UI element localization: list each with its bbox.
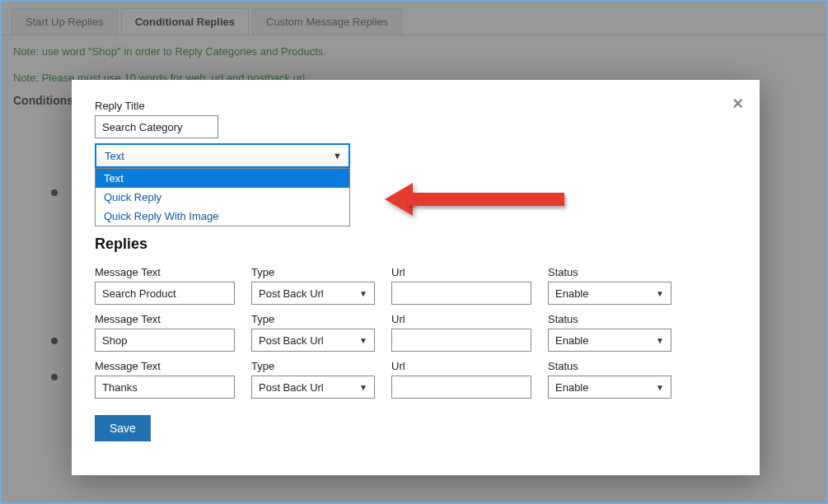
status-label: Status [548, 266, 671, 278]
status-select[interactable]: Enable ▼ [548, 376, 671, 399]
url-input[interactable] [391, 376, 531, 399]
message-text-label: Message Text [95, 360, 235, 372]
reply-title-label: Reply Title [95, 100, 737, 112]
status-label: Status [548, 313, 671, 325]
url-label: Url [391, 266, 531, 278]
type-select[interactable]: Post Back Url ▼ [251, 282, 375, 305]
replies-heading: Replies [95, 236, 737, 253]
reply-title-input[interactable] [95, 115, 218, 138]
reply-type-option-quick-reply-image[interactable]: Quick Reply With Image [96, 207, 349, 226]
chevron-down-icon: ▼ [656, 289, 664, 298]
type-select[interactable]: Post Back Url ▼ [251, 329, 375, 352]
type-select-value: Post Back Url [259, 381, 324, 394]
message-text-label: Message Text [95, 313, 235, 325]
reply-type-option-text[interactable]: Text [96, 169, 349, 188]
url-label: Url [391, 313, 531, 325]
message-text-input[interactable] [95, 329, 235, 352]
message-text-input[interactable] [95, 376, 235, 399]
status-select-value: Enable [555, 381, 588, 394]
chevron-down-icon: ▼ [359, 289, 367, 298]
save-button[interactable]: Save [95, 415, 151, 441]
reply-row: Message Text Type Post Back Url ▼ Url St… [95, 360, 737, 399]
type-select-value: Post Back Url [259, 287, 324, 300]
status-select[interactable]: Enable ▼ [548, 329, 671, 352]
chevron-down-icon: ▼ [656, 383, 664, 392]
message-text-input[interactable] [95, 282, 235, 305]
status-label: Status [548, 360, 671, 372]
status-select[interactable]: Enable ▼ [548, 282, 671, 305]
reply-type-selected-label: Text [105, 150, 124, 162]
url-input[interactable] [391, 282, 531, 305]
status-select-value: Enable [555, 287, 588, 300]
chevron-down-icon: ▼ [359, 336, 367, 345]
reply-row: Message Text Type Post Back Url ▼ Url St… [95, 313, 737, 352]
type-label: Type [251, 360, 375, 372]
url-input[interactable] [391, 329, 531, 352]
type-select[interactable]: Post Back Url ▼ [251, 376, 375, 399]
type-select-value: Post Back Url [259, 334, 324, 347]
chevron-down-icon: ▼ [333, 151, 342, 161]
chevron-down-icon: ▼ [656, 336, 664, 345]
type-label: Type [251, 266, 375, 278]
reply-row: Message Text Type Post Back Url ▼ Url St… [95, 266, 737, 305]
chevron-down-icon: ▼ [359, 383, 367, 392]
url-label: Url [391, 360, 531, 372]
reply-type-dropdown: Text Quick Reply Quick Reply With Image [95, 168, 350, 226]
reply-modal: × Reply Title Text ▼ Text Quick Reply Qu… [72, 80, 760, 475]
reply-type-select[interactable]: Text ▼ [95, 143, 350, 168]
close-icon[interactable]: × [732, 93, 743, 114]
type-label: Type [251, 313, 375, 325]
message-text-label: Message Text [95, 266, 235, 278]
reply-type-option-quick-reply[interactable]: Quick Reply [96, 188, 349, 207]
status-select-value: Enable [555, 334, 588, 347]
